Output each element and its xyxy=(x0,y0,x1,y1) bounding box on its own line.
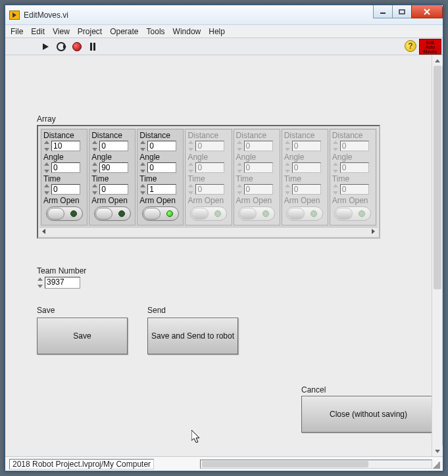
resize-grip[interactable] xyxy=(432,461,440,469)
time-input[interactable]: 1 xyxy=(147,184,176,195)
menu-help[interactable]: Help xyxy=(209,27,225,36)
distance-input[interactable]: 10 xyxy=(51,141,80,151)
field-label-angle: Angle xyxy=(332,153,374,162)
run-arrow-icon xyxy=(43,43,49,50)
distance-spinner[interactable] xyxy=(91,141,98,151)
status-bar: 2018 Robot Project.lvproj/My Computer xyxy=(5,456,443,471)
angle-spinner[interactable] xyxy=(91,162,98,173)
time-input[interactable]: 0 xyxy=(99,184,128,195)
vertical-scrollbar[interactable] xyxy=(432,55,442,456)
field-label-distance: Distance xyxy=(236,131,278,140)
field-label-distance: Distance xyxy=(91,131,133,140)
field-label-armopen: Arm Open xyxy=(284,196,326,205)
vi-icon-line1: Edit xyxy=(420,40,441,45)
cycle-icon xyxy=(57,42,66,51)
angle-spinner[interactable] xyxy=(139,162,146,173)
angle-input: 0 xyxy=(195,162,224,173)
angle-spinner xyxy=(236,162,243,173)
time-spinner xyxy=(284,184,291,195)
field-label-time: Time xyxy=(91,174,133,183)
menu-operate[interactable]: Operate xyxy=(110,27,138,36)
distance-input[interactable]: 0 xyxy=(99,141,128,151)
time-spinner[interactable] xyxy=(91,184,98,195)
array-item: Distance 0 Angle 90 Time 0 Arm Open xyxy=(89,129,136,226)
title-bar: EditMoves.vi xyxy=(5,5,443,25)
time-spinner[interactable] xyxy=(139,184,146,195)
angle-input: 0 xyxy=(340,162,369,173)
app-icon xyxy=(9,11,20,20)
menu-project[interactable]: Project xyxy=(78,27,102,36)
toolbar: ? Edit Auto Moves xyxy=(5,38,443,55)
help-button[interactable]: ? xyxy=(405,40,416,52)
distance-input: 0 xyxy=(340,141,369,151)
time-spinner xyxy=(332,184,339,195)
angle-input[interactable]: 0 xyxy=(147,162,176,173)
vi-icon[interactable]: Edit Auto Moves xyxy=(419,39,441,55)
menu-edit[interactable]: Edit xyxy=(31,27,45,36)
cursor-icon xyxy=(191,430,203,446)
team-number-label: Team Number xyxy=(37,266,432,275)
field-label-time: Time xyxy=(284,174,326,183)
minimize-button[interactable] xyxy=(373,5,393,18)
arm-open-toggle xyxy=(190,206,227,221)
time-input[interactable]: 0 xyxy=(51,184,80,195)
array-hscroll[interactable] xyxy=(39,227,378,236)
cancel-button[interactable]: Close (without saving) xyxy=(301,396,436,433)
time-spinner xyxy=(187,184,194,195)
field-label-angle: Angle xyxy=(284,153,326,162)
distance-spinner[interactable] xyxy=(139,141,146,151)
distance-input: 0 xyxy=(195,141,224,151)
pause-button[interactable] xyxy=(87,41,99,53)
window-title: EditMoves.vi xyxy=(24,11,68,20)
field-label-time: Time xyxy=(139,174,181,183)
array-item: Distance 0 Angle 0 Time 0 Arm Open xyxy=(234,129,280,226)
scroll-down-button[interactable] xyxy=(432,446,443,456)
team-number-input[interactable]: 3937 xyxy=(45,277,80,289)
angle-input: 0 xyxy=(244,162,273,173)
menu-file[interactable]: File xyxy=(11,27,23,36)
time-input: 0 xyxy=(244,184,273,195)
scroll-up-button[interactable] xyxy=(432,55,443,66)
field-label-angle: Angle xyxy=(236,153,278,162)
distance-input[interactable]: 0 xyxy=(147,141,176,151)
time-spinner[interactable] xyxy=(43,184,50,195)
arm-open-toggle xyxy=(238,206,275,221)
vi-icon-line2: Auto xyxy=(420,45,441,49)
run-continuously-button[interactable] xyxy=(55,41,67,53)
distance-spinner xyxy=(332,141,339,151)
field-label-time: Time xyxy=(332,174,374,183)
angle-spinner[interactable] xyxy=(43,162,50,173)
field-label-angle: Angle xyxy=(43,153,85,162)
angle-input[interactable]: 90 xyxy=(99,162,128,173)
menu-bar: File Edit View Project Operate Tools Win… xyxy=(5,25,443,38)
cancel-section-label: Cancel xyxy=(301,385,436,394)
abort-button[interactable] xyxy=(71,41,83,53)
save-button[interactable]: Save xyxy=(37,318,128,354)
scroll-thumb[interactable] xyxy=(434,66,441,289)
distance-spinner xyxy=(284,141,291,151)
field-label-distance: Distance xyxy=(284,131,326,140)
close-button[interactable] xyxy=(411,5,443,18)
array-item: Distance 0 Angle 0 Time 0 Arm Open xyxy=(185,129,232,226)
send-button[interactable]: Save and Send to robot xyxy=(147,318,238,354)
field-label-armopen: Arm Open xyxy=(91,196,133,205)
time-input: 0 xyxy=(195,184,224,195)
stop-icon xyxy=(72,42,82,51)
minimize-icon xyxy=(380,9,386,14)
menu-window[interactable]: Window xyxy=(173,27,201,36)
distance-spinner xyxy=(236,141,243,151)
maximize-button[interactable] xyxy=(392,5,412,18)
status-path: 2018 Robot Project.lvproj/My Computer xyxy=(9,459,154,469)
team-number-spinner[interactable] xyxy=(37,277,43,288)
status-hscroll[interactable] xyxy=(200,460,432,469)
distance-spinner[interactable] xyxy=(43,141,50,151)
field-label-angle: Angle xyxy=(187,153,229,162)
arm-open-toggle[interactable] xyxy=(46,206,83,221)
arm-open-toggle[interactable] xyxy=(142,206,179,221)
menu-tools[interactable]: Tools xyxy=(147,27,165,36)
arm-open-toggle xyxy=(286,206,323,221)
arm-open-toggle[interactable] xyxy=(94,206,131,221)
run-button[interactable] xyxy=(39,41,51,53)
menu-view[interactable]: View xyxy=(53,27,70,36)
angle-input[interactable]: 0 xyxy=(51,162,80,173)
